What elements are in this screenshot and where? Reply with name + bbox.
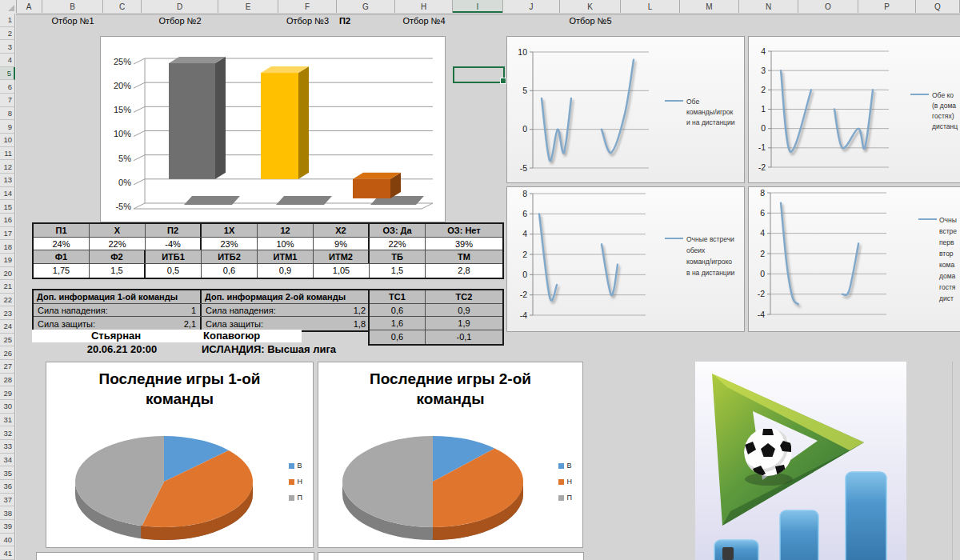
cell-otbor5[interactable]: Отбор №5 — [560, 14, 621, 27]
odds-header[interactable]: 12 — [258, 224, 314, 237]
active-cell-selection[interactable] — [453, 66, 505, 83]
cell-otbor3[interactable]: Отбор №3 — [278, 14, 337, 27]
partial-chart-panel[interactable] — [36, 552, 314, 560]
info-header-team2[interactable]: Доп. информация 2-ой команды — [202, 290, 370, 303]
cell-otbor1[interactable]: Отбор №1 — [42, 14, 103, 27]
odds-header[interactable]: П2 — [146, 224, 202, 237]
row-header-32[interactable]: 32 — [0, 426, 15, 440]
line-chart-head-to-head-home-away[interactable]: 86420-2-4Очнывстреперввторкомадомагостяд… — [748, 186, 960, 332]
odds-header[interactable]: ТМ — [426, 250, 502, 263]
row-header-35[interactable]: 35 — [0, 466, 15, 480]
odds-header[interactable]: ТБ — [370, 250, 426, 263]
row-header-34[interactable]: 34 — [0, 454, 15, 467]
cell-p2[interactable]: П2 — [339, 14, 350, 27]
select-all-corner[interactable] — [0, 0, 17, 13]
col-header-G[interactable]: G — [337, 0, 395, 13]
odds-header[interactable]: ИТБ2 — [202, 250, 258, 263]
odds-value[interactable]: 23% — [202, 238, 258, 250]
row-header-25[interactable]: 25 — [0, 334, 15, 347]
row-header-19[interactable]: 19 — [0, 254, 15, 267]
row-header-7[interactable]: 7 — [0, 94, 15, 107]
row-header-10[interactable]: 10 — [0, 134, 15, 147]
row-header-39[interactable]: 39 — [0, 520, 15, 534]
team1-name[interactable]: Стьярнан — [32, 330, 200, 343]
tc-value[interactable]: 0,6 — [370, 330, 426, 344]
col-header-F[interactable]: F — [278, 0, 337, 13]
row-header-36[interactable]: 36 — [0, 480, 15, 494]
odds-value[interactable]: 39% — [426, 238, 502, 250]
row-header-33[interactable]: 33 — [0, 440, 15, 454]
odds-value[interactable]: 0,5 — [146, 264, 202, 278]
info-cell[interactable]: Сила нападения:1,2 — [202, 304, 370, 317]
bar-chart-panel[interactable]: 25%20%15%10%5%0%-5% — [100, 36, 446, 222]
team2-name[interactable]: Копавогюр — [200, 330, 302, 343]
row-header-21[interactable]: 21 — [0, 280, 15, 294]
col-header-Q[interactable]: Q — [916, 0, 960, 13]
row-header-18[interactable]: 18 — [0, 240, 15, 254]
row-header-15[interactable]: 15 — [0, 200, 15, 214]
odds-value[interactable]: 0,6 — [202, 264, 258, 278]
odds-header[interactable]: 1X — [202, 224, 258, 237]
row-header-14[interactable]: 14 — [0, 187, 15, 201]
selection-fill-handle[interactable] — [500, 78, 506, 84]
col-header-E[interactable]: E — [218, 0, 278, 13]
match-datetime[interactable]: 20.06.21 20:00 — [44, 343, 200, 357]
row-header-12[interactable]: 12 — [0, 160, 15, 174]
odds-header[interactable]: Ф1 — [34, 250, 90, 263]
odds-header[interactable]: П1 — [34, 224, 90, 237]
odds-value[interactable]: 24% — [34, 238, 90, 250]
odds-value[interactable]: 10% — [258, 238, 314, 250]
col-header-K[interactable]: K — [560, 0, 621, 13]
row-header-38[interactable]: 38 — [0, 506, 15, 520]
logo-image[interactable] — [695, 362, 906, 560]
tc-header[interactable]: ТС1 — [370, 290, 426, 303]
row-header-4[interactable]: 4 — [0, 54, 15, 67]
col-header-J[interactable]: J — [503, 0, 560, 13]
odds-header[interactable]: ОЗ: Нет — [426, 224, 502, 237]
tc-value[interactable]: -0,1 — [426, 330, 502, 344]
row-header-30[interactable]: 30 — [0, 400, 15, 414]
line-chart-head-to-head[interactable]: 86420-2-4Очные встречиобеихкоманд/игроко… — [506, 186, 745, 332]
odds-value[interactable]: 1,5 — [90, 264, 146, 278]
odds-value[interactable]: 1,75 — [34, 264, 90, 278]
odds-value[interactable]: 22% — [370, 238, 426, 250]
col-header-A[interactable]: A — [16, 0, 42, 13]
col-header-L[interactable]: L — [621, 0, 680, 13]
row-header-5[interactable]: 5 — [0, 67, 15, 81]
line-chart-both-teams-home-away[interactable]: 43210-1-2Обе ко(в домагостях)дистанц — [748, 36, 960, 183]
cell-otbor2[interactable]: Отбор №2 — [142, 14, 218, 27]
row-header-2[interactable]: 2 — [0, 27, 15, 41]
odds-value[interactable]: 0,9 — [258, 264, 314, 278]
odds-header[interactable]: ИТМ2 — [314, 250, 370, 263]
odds-value[interactable]: -4% — [146, 238, 202, 250]
row-header-13[interactable]: 13 — [0, 174, 15, 187]
tc-value[interactable]: 1,6 — [370, 317, 426, 330]
tc-value[interactable]: 0,9 — [426, 304, 502, 317]
odds-value[interactable]: 1,5 — [370, 264, 426, 278]
tc-value[interactable]: 0,6 — [370, 304, 426, 317]
line-chart-both-teams[interactable]: 1050-5Обекоманды/игроки на дистанции — [506, 36, 745, 183]
row-header-1[interactable]: 1 — [0, 14, 15, 27]
partial-chart-panel[interactable] — [318, 552, 584, 560]
row-header-41[interactable]: 41 — [0, 546, 15, 560]
cell-otbor4[interactable]: Отбор №4 — [395, 14, 453, 27]
col-header-I[interactable]: I — [453, 0, 503, 13]
row-header-9[interactable]: 9 — [0, 120, 15, 134]
row-header-24[interactable]: 24 — [0, 320, 15, 334]
match-league[interactable]: ИСЛАНДИЯ: Высшая лига — [202, 343, 336, 357]
row-header-26[interactable]: 26 — [0, 346, 15, 360]
row-header-6[interactable]: 6 — [0, 80, 15, 94]
col-header-N[interactable]: N — [739, 0, 798, 13]
odds-header[interactable]: Ф2 — [90, 250, 146, 263]
row-header-31[interactable]: 31 — [0, 414, 15, 427]
info-header-team1[interactable]: Доп. информация 1-ой команды — [34, 290, 202, 303]
odds-header[interactable]: ОЗ: Да — [370, 224, 426, 237]
odds-value[interactable]: 1,05 — [314, 264, 370, 278]
col-header-H[interactable]: H — [395, 0, 453, 13]
odds-header[interactable]: X2 — [314, 224, 370, 237]
odds-header[interactable]: X — [90, 224, 146, 237]
pie-chart-team1[interactable]: Последние игры 1-ой команды В Н П — [46, 362, 314, 548]
row-header-17[interactable]: 17 — [0, 227, 15, 241]
odds-value[interactable]: 2,8 — [426, 264, 502, 278]
odds-value[interactable]: 9% — [314, 238, 370, 250]
